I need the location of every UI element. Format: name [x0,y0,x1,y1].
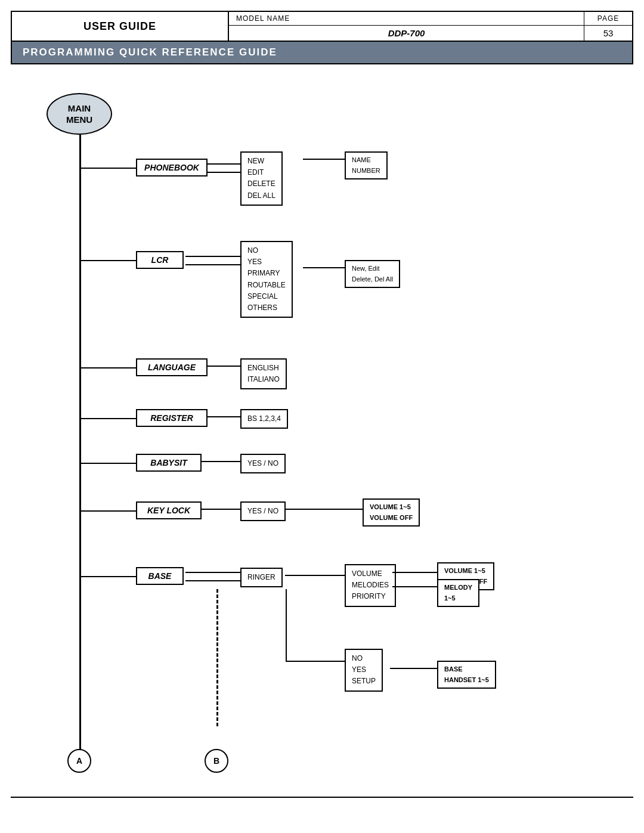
ringer-v-down [286,589,287,661]
babysit-menu-box: BABYSIT [136,454,202,472]
babysit-to-options [202,461,240,462]
register-options-box: BS 1,2,3,4 [240,409,288,429]
header-bottom-row: DDP-700 53 [229,26,632,41]
babysit-options-box: YES / NO [240,454,286,473]
pb-to-options-top [208,163,240,165]
language-branch [80,367,137,368]
circle-a: A [67,749,91,773]
header-right: MODEL NAME PAGE DDP-700 53 [229,12,632,41]
keylock-volume-box: VOLUME 1~5 VOLUME OFF [363,498,420,527]
lcr-options-box: NO YES PRIMARY ROUTABLE SPECIAL OTHERS [240,241,293,318]
phonebook-options-box: NEW EDIT DELETE DEL ALL [240,151,283,206]
user-guide-title: USER GUIDE [12,12,229,41]
kl-to-options [202,509,240,510]
phonebook-sub-box: NAME NUMBER [345,151,388,179]
register-branch [80,418,137,419]
lcr-menu-box: LCR [136,251,184,269]
no-yes-setup-box: NO YES SETUP [345,649,383,692]
page-label: PAGE [584,12,632,25]
pb-options-to-sub [303,159,345,160]
page-value: 53 [584,26,632,41]
title-text: USER GUIDE [83,20,156,33]
lcr-sub-box: New, Edit Delete, Del All [345,260,400,288]
base-vmp-box: VOLUME MELODIES PRIORITY [345,564,396,607]
section-title: PROGRAMMING QUICK REFERENCE GUIDE [11,42,633,64]
pb-to-options-bot [208,172,240,173]
ringer-to-nys [286,661,345,662]
lcr-branch [80,260,137,261]
keylock-branch [80,510,137,512]
melody-box: MELODY 1~5 [437,579,479,607]
main-vertical-line [79,135,81,761]
base-handset-box: BASE HANDSET 1~5 [437,661,496,689]
mel-to-mel15 [392,586,437,587]
base-to-ringer-top [185,572,240,573]
lcr-options-to-sub [303,267,345,268]
lcr-to-options-top [185,256,240,257]
circle-b: B [205,749,228,773]
base-menu-box: BASE [136,567,184,585]
main-menu-oval: MAIN MENU [47,93,112,135]
keylock-options-box: YES / NO [240,501,286,521]
reg-to-options [208,416,240,417]
lcr-to-options-bot [185,264,240,265]
lang-to-options [208,366,240,367]
model-value: DDP-700 [229,26,584,41]
kl-to-vol-sub [285,509,363,510]
setup-to-handset [390,668,437,669]
diagram: MAIN MENU PHONEBOOK NEW EDIT DELETE DEL … [11,75,633,791]
header: USER GUIDE MODEL NAME PAGE DDP-700 53 [11,11,633,42]
phonebook-branch [80,168,137,169]
phonebook-menu-box: PHONEBOOK [136,159,208,176]
register-menu-box: REGISTER [136,409,208,427]
language-menu-box: LANGUAGE [136,358,208,376]
model-label: MODEL NAME [229,12,584,25]
ringer-box: RINGER [240,568,283,587]
ringer-to-vmp [285,575,345,576]
babysit-branch [80,463,137,464]
base-to-ringer-bot [185,580,240,581]
vol-to-vol15 [392,572,437,573]
base-branch [80,576,137,577]
language-options-box: ENGLISH ITALIANO [240,358,287,389]
footer-line [11,797,633,798]
header-top-row: MODEL NAME PAGE [229,12,632,26]
keylock-menu-box: KEY LOCK [136,501,202,519]
dashed-line-b [216,589,218,726]
